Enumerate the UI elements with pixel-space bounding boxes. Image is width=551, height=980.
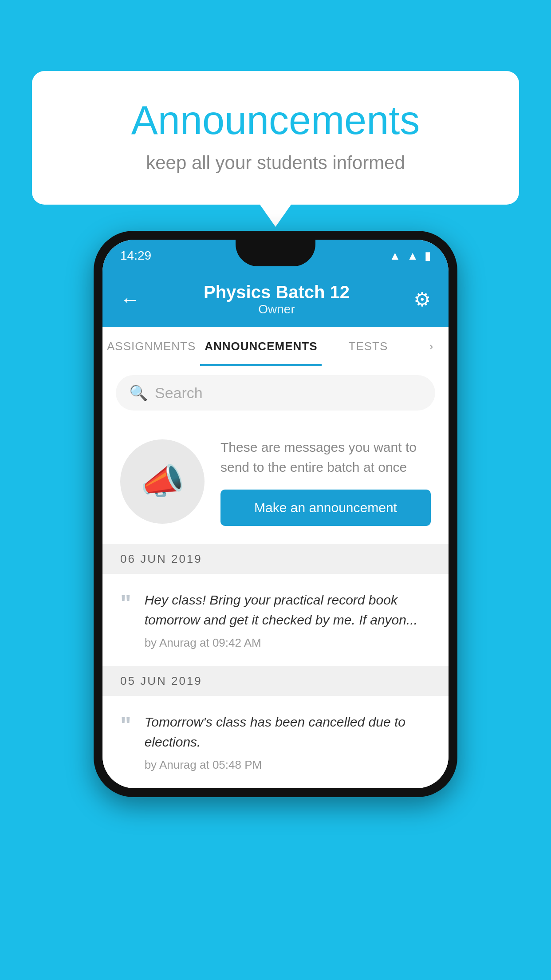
phone-mockup: 14:29 ▲ ▲ ▮ ← Physics Batch 12 Owner ⚙ [94, 231, 457, 797]
battery-icon: ▮ [425, 249, 431, 263]
quote-icon-1: " [120, 592, 131, 650]
wifi-icon: ▲ [390, 249, 401, 263]
search-placeholder: Search [155, 384, 203, 402]
status-time: 14:29 [120, 249, 151, 263]
speech-bubble-title: Announcements [67, 98, 484, 143]
tabs-bar: ASSIGNMENTS ANNOUNCEMENTS TESTS › [102, 327, 449, 366]
status-bar: 14:29 ▲ ▲ ▮ [102, 240, 449, 272]
header-title: Physics Batch 12 [204, 282, 350, 302]
promo-description: These are messages you want to send to t… [220, 437, 431, 477]
phone-screen: 14:29 ▲ ▲ ▮ ← Physics Batch 12 Owner ⚙ [102, 240, 449, 788]
announcement-text-1: Hey class! Bring your practical record b… [145, 590, 431, 630]
phone-notch [236, 240, 315, 266]
date-label-2: 05 JUN 2019 [120, 674, 202, 688]
announcement-item-2[interactable]: " Tomorrow's class has been cancelled du… [102, 696, 449, 788]
tab-announcements[interactable]: ANNOUNCEMENTS [200, 327, 322, 366]
phone-frame: 14:29 ▲ ▲ ▮ ← Physics Batch 12 Owner ⚙ [94, 231, 457, 797]
search-bar[interactable]: 🔍 Search [116, 375, 435, 411]
promo-block: 📣 These are messages you want to send to… [102, 419, 449, 544]
search-container: 🔍 Search [102, 366, 449, 419]
announcement-item-1[interactable]: " Hey class! Bring your practical record… [102, 574, 449, 666]
promo-right: These are messages you want to send to t… [220, 437, 431, 526]
speech-bubble-subtitle: keep all your students informed [67, 152, 484, 174]
make-announcement-button[interactable]: Make an announcement [220, 490, 431, 526]
tab-tests[interactable]: TESTS [322, 327, 414, 366]
announcement-meta-2: by Anurag at 05:48 PM [145, 758, 431, 772]
header-subtitle: Owner [204, 302, 350, 316]
app-header: ← Physics Batch 12 Owner ⚙ [102, 272, 449, 327]
date-separator-2: 05 JUN 2019 [102, 666, 449, 696]
tab-more[interactable]: › [414, 327, 449, 366]
back-button[interactable]: ← [120, 288, 140, 311]
search-icon: 🔍 [129, 384, 148, 402]
quote-icon-2: " [120, 714, 131, 772]
signal-icon: ▲ [407, 249, 418, 263]
tab-assignments[interactable]: ASSIGNMENTS [102, 327, 200, 366]
settings-button[interactable]: ⚙ [413, 288, 431, 311]
promo-avatar: 📣 [120, 439, 205, 524]
date-label-1: 06 JUN 2019 [120, 552, 202, 566]
announcement-text-2: Tomorrow's class has been cancelled due … [145, 712, 431, 752]
speech-bubble-section: Announcements keep all your students inf… [32, 71, 519, 205]
megaphone-icon: 📣 [140, 461, 185, 502]
status-icons: ▲ ▲ ▮ [390, 249, 431, 263]
speech-bubble-card: Announcements keep all your students inf… [32, 71, 519, 205]
date-separator-1: 06 JUN 2019 [102, 544, 449, 574]
header-center: Physics Batch 12 Owner [204, 282, 350, 316]
announcement-meta-1: by Anurag at 09:42 AM [145, 636, 431, 650]
announcement-content-2: Tomorrow's class has been cancelled due … [145, 712, 431, 772]
announcement-content-1: Hey class! Bring your practical record b… [145, 590, 431, 650]
